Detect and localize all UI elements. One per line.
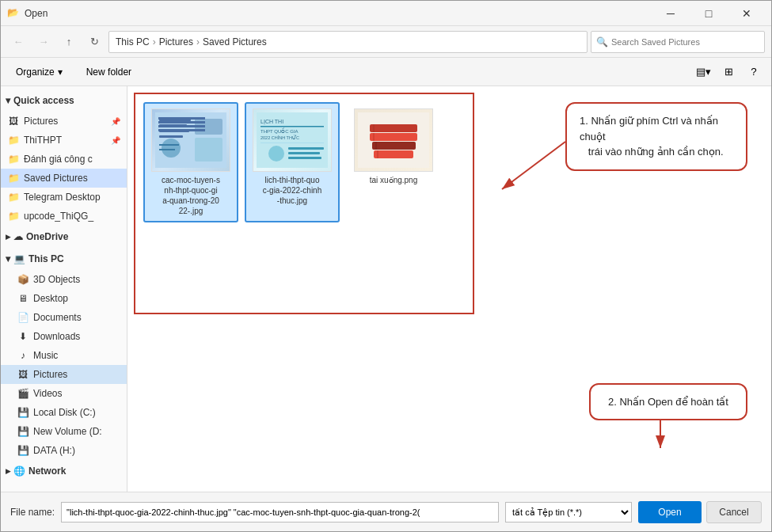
- up-button[interactable]: ↑: [58, 31, 80, 53]
- data-h-icon: 💾: [17, 444, 29, 457]
- sidebar-item-music[interactable]: ♪ Music: [1, 346, 127, 365]
- sidebar-telegram-label: Telegram Desktop: [24, 192, 101, 203]
- callout1-arrow: [494, 134, 573, 197]
- title-bar: 📂 Open ─ □ ✕: [1, 1, 771, 26]
- pictures-icon: 🖼: [7, 115, 20, 127]
- minimize-button[interactable]: ─: [652, 1, 689, 26]
- organize-button[interactable]: Organize ▾: [7, 62, 71, 82]
- thumb-books-3: [355, 109, 432, 171]
- sidebar-danhGia-label: Đánh giá công c: [24, 154, 93, 165]
- callout2-text: 2. Nhấn Open để hoàn tất: [608, 396, 728, 408]
- toolbar-right: ▤ ▾ ⊞ ?: [692, 62, 765, 82]
- file-item-2[interactable]: LỊCH THI THPT QUỐC GIA 2022 CHÍNH THỨC l…: [245, 102, 340, 222]
- sidebar-item-thiThpt[interactable]: 📁 ThiTHPT 📌: [1, 131, 127, 150]
- pane-icon: ⊞: [724, 66, 733, 78]
- filename-input[interactable]: [61, 502, 499, 522]
- svg-rect-8: [159, 144, 179, 146]
- sidebar-desktop-label: Desktop: [33, 293, 68, 304]
- new-folder-button[interactable]: New folder: [78, 62, 140, 82]
- filename-label: File name:: [10, 507, 55, 518]
- callout-2: 2. Nhấn Open để hoàn tất: [589, 383, 747, 421]
- 3d-objects-icon: 📦: [17, 273, 29, 286]
- sidebar-pictures-label: Pictures: [24, 116, 58, 127]
- local-disk-c-icon: 💾: [17, 406, 29, 419]
- svg-rect-21: [370, 124, 417, 132]
- this-pc-header[interactable]: ▾ 💻 This PC: [1, 248, 127, 270]
- network-header[interactable]: ▸ 🌐 Network: [1, 460, 127, 482]
- sidebar-3d-label: 3D Objects: [33, 274, 80, 285]
- sidebar-item-data-h[interactable]: 💾 DATA (H:): [1, 441, 127, 460]
- svg-text:LỊCH THI: LỊCH THI: [261, 119, 283, 125]
- videos-icon: 🎬: [17, 387, 29, 400]
- thiThpt-icon: 📁: [7, 134, 20, 146]
- file-thumbnail-2: LỊCH THI THPT QUỐC GIA 2022 CHÍNH THỨC: [253, 108, 332, 172]
- file-item-1[interactable]: cac-moc-tuyen-snh-thpt-quoc-gia-quan-tro…: [143, 102, 238, 222]
- filetype-select[interactable]: tất cả Tệp tin (*.*): [505, 502, 632, 522]
- open-button[interactable]: Open: [638, 501, 702, 523]
- sidebar-item-videos[interactable]: 🎬 Videos: [1, 384, 127, 403]
- sidebar-downloads-label: Downloads: [33, 331, 80, 342]
- organize-label: Organize: [16, 66, 55, 78]
- svg-rect-1: [159, 119, 191, 121]
- breadcrumb-this-pc: This PC: [116, 36, 150, 48]
- file-item-3[interactable]: tai xuống.png: [346, 102, 441, 222]
- address-bar: ← → ↑ ↻ This PC › Pictures › Saved Pictu…: [1, 26, 771, 58]
- sidebar-thiThpt-label: ThiTHPT: [24, 135, 62, 146]
- sidebar-item-desktop[interactable]: 🖥 Desktop: [1, 289, 127, 308]
- this-pc-icon: 💻: [13, 253, 25, 264]
- back-button[interactable]: ←: [7, 31, 29, 53]
- sidebar-item-savedPictures[interactable]: 📁 Saved Pictures: [1, 169, 127, 188]
- organize-arrow: ▾: [58, 66, 63, 78]
- upcode-icon: 📁: [7, 210, 20, 222]
- toolbar: Organize ▾ New folder ▤ ▾ ⊞ ?: [1, 58, 771, 86]
- new-volume-d-icon: 💾: [17, 425, 29, 438]
- svg-rect-2: [159, 124, 187, 127]
- sidebar-item-telegram[interactable]: 📁 Telegram Desktop: [1, 188, 127, 207]
- view-arrow: ▾: [705, 66, 711, 78]
- view-toggle-button[interactable]: ▤ ▾: [692, 62, 714, 82]
- forward-button[interactable]: →: [32, 31, 55, 53]
- content-area: ▾ Quick access 🖼 Pictures 📌 📁 ThiTHPT 📌 …: [1, 86, 771, 492]
- breadcrumb-sep2: ›: [196, 36, 200, 48]
- svg-rect-18: [288, 152, 320, 154]
- maximize-button[interactable]: □: [690, 1, 727, 26]
- sidebar-item-local-disk-c[interactable]: 💾 Local Disk (C:): [1, 403, 127, 422]
- refresh-button[interactable]: ↻: [83, 31, 105, 53]
- open-dialog-window: 📂 Open ─ □ ✕ ← → ↑ ↻ This PC › Pictures …: [0, 0, 772, 532]
- sidebar-item-pictures[interactable]: 🖼 Pictures 📌: [1, 112, 127, 131]
- svg-rect-12: [261, 126, 324, 127]
- breadcrumb: This PC › Pictures › Saved Pictures: [108, 31, 588, 53]
- quick-access-label: Quick access: [13, 95, 74, 106]
- window-icon: 📂: [7, 7, 20, 20]
- cancel-button[interactable]: Cancel: [706, 501, 762, 523]
- file-thumbnail-1: [151, 108, 230, 172]
- svg-rect-17: [288, 147, 324, 150]
- sidebar-savedPictures-label: Saved Pictures: [24, 173, 88, 184]
- sidebar-item-downloads[interactable]: ⬇ Downloads: [1, 327, 127, 346]
- search-input[interactable]: [611, 37, 759, 47]
- sidebar-item-pictures-pc[interactable]: 🖼 Pictures: [1, 365, 127, 384]
- svg-rect-4: [159, 135, 183, 138]
- music-icon: ♪: [17, 349, 29, 362]
- onedrive-expand-icon: ▸: [6, 231, 10, 242]
- sidebar-item-documents[interactable]: 📄 Documents: [1, 308, 127, 327]
- sidebar-item-danhGia[interactable]: 📁 Đánh giá công c: [1, 150, 127, 169]
- svg-point-7: [162, 139, 181, 158]
- help-icon: ?: [751, 66, 756, 78]
- sidebar-item-3d-objects[interactable]: 📦 3D Objects: [1, 270, 127, 289]
- sidebar-videos-label: Videos: [33, 388, 62, 399]
- onedrive-header[interactable]: ▸ ☁ OneDrive: [1, 226, 127, 248]
- sidebar-item-new-volume-d[interactable]: 💾 New Volume (D:: [1, 422, 127, 441]
- svg-text:THPT QUỐC GIA: THPT QUỐC GIA: [261, 127, 299, 134]
- svg-point-16: [268, 146, 284, 162]
- quick-access-header[interactable]: ▾ Quick access: [1, 89, 127, 112]
- svg-rect-6: [195, 138, 222, 162]
- close-button[interactable]: ✕: [728, 1, 765, 26]
- help-button[interactable]: ?: [743, 62, 765, 82]
- callout-1: 1. Nhấn giữ phím Ctrl và nhấn chuột trái…: [565, 102, 747, 171]
- sidebar-new-volume-d-label: New Volume (D:: [33, 426, 102, 437]
- title-bar-controls: ─ □ ✕: [652, 1, 765, 26]
- pane-button[interactable]: ⊞: [717, 62, 740, 82]
- sidebar-item-upcode[interactable]: 📁 upcode_ThiQG_: [1, 207, 127, 226]
- desktop-icon: 🖥: [17, 292, 29, 305]
